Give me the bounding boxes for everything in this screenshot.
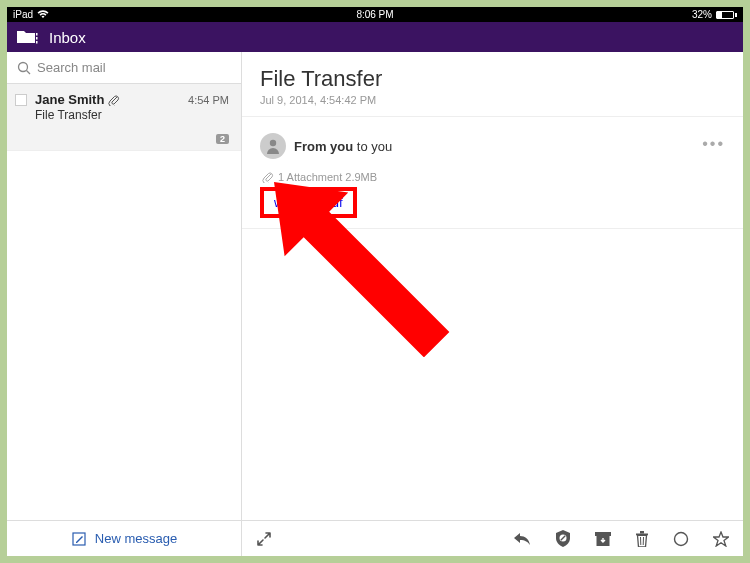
attachment-summary: 1 Attachment 2.9MB [278, 171, 377, 183]
message-pane: File Transfer Jul 9, 2014, 4:54:42 PM ••… [242, 52, 743, 556]
attachment-icon [108, 94, 120, 106]
compose-icon [71, 531, 87, 547]
battery-icon [716, 11, 737, 19]
trash-icon[interactable] [635, 531, 649, 547]
sender-name: Jane Smith [35, 92, 188, 107]
checkbox[interactable] [15, 94, 27, 106]
attachment-link[interactable]: wikiHow.pdf [260, 187, 357, 218]
message-time: 4:54 PM [188, 94, 229, 106]
svg-rect-1 [36, 37, 38, 40]
unread-icon[interactable] [673, 531, 689, 547]
search-input[interactable]: Search mail [7, 52, 241, 84]
svg-point-3 [19, 62, 28, 71]
more-menu-icon[interactable]: ••• [702, 135, 725, 153]
status-bar: iPad 8:06 PM 32% [7, 7, 743, 22]
svg-line-4 [27, 70, 31, 74]
from-line: From you to you [294, 139, 392, 154]
attachment-icon [262, 171, 274, 183]
message-list-pane: Search mail Jane Smith 4:54 PM File Tran… [7, 52, 242, 556]
expand-icon[interactable] [256, 531, 513, 547]
carrier-label: iPad [13, 9, 33, 20]
message-subject: File Transfer [35, 108, 229, 122]
count-badge: 2 [216, 134, 229, 144]
mail-toolbar [242, 520, 743, 556]
mail-body [242, 229, 743, 520]
battery-pct: 32% [692, 9, 712, 20]
svg-point-15 [675, 532, 688, 545]
app-header: Inbox [7, 22, 743, 52]
svg-point-6 [270, 140, 276, 146]
folder-icon[interactable] [17, 29, 39, 45]
svg-rect-2 [36, 41, 38, 44]
search-placeholder: Search mail [37, 60, 106, 75]
svg-rect-12 [640, 531, 644, 534]
mail-date: Jul 9, 2014, 4:54:42 PM [260, 94, 725, 106]
star-icon[interactable] [713, 531, 729, 547]
message-row[interactable]: Jane Smith 4:54 PM File Transfer 2 [7, 84, 241, 151]
search-icon [17, 61, 31, 75]
mail-subject: File Transfer [260, 66, 725, 92]
svg-rect-0 [36, 33, 38, 36]
clock: 8:06 PM [356, 9, 393, 20]
spam-icon[interactable] [555, 530, 571, 547]
compose-label: New message [95, 531, 177, 546]
reply-icon[interactable] [513, 532, 531, 546]
svg-rect-9 [595, 532, 611, 536]
archive-icon[interactable] [595, 532, 611, 546]
avatar [260, 133, 286, 159]
compose-button[interactable]: New message [7, 520, 241, 556]
wifi-icon [37, 10, 49, 19]
folder-title: Inbox [49, 29, 86, 46]
